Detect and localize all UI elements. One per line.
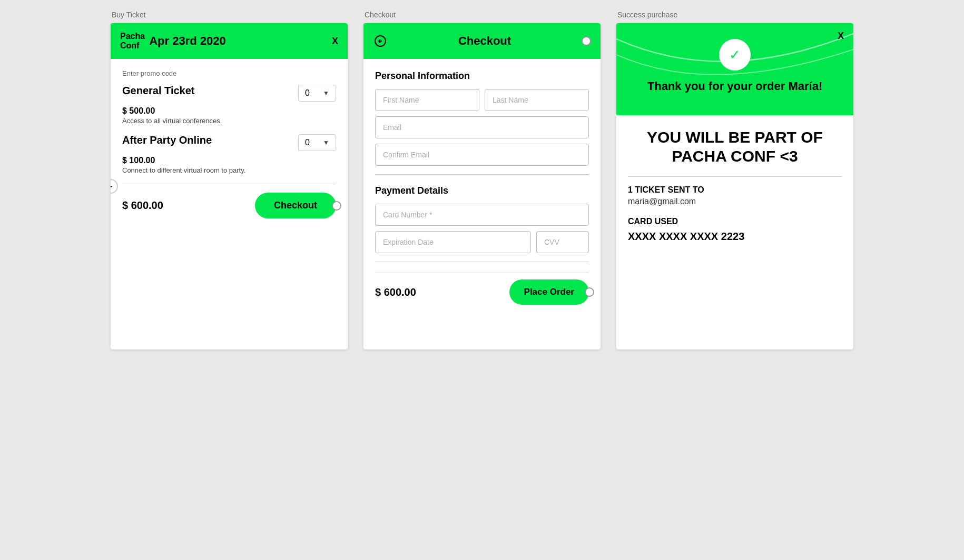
screen3-label: Success purchase: [616, 11, 677, 19]
ticket-general-name: General Ticket: [122, 85, 194, 97]
confirm-email-row: [375, 144, 589, 166]
qty-value-afterparty: 0: [305, 138, 310, 147]
buy-ticket-screen: ► Pacha Conf Apr 23rd 2020 X Enter promo…: [111, 23, 348, 349]
success-screen: X ✓ Thank you for your order María! YOU …: [616, 23, 853, 349]
screen1-body: Enter promo code General Ticket 0 ▼: [111, 59, 348, 229]
ticket-afterparty-name: After Party Online: [122, 134, 212, 146]
checkout-button[interactable]: Checkout: [255, 193, 336, 218]
ticket-afterparty: After Party Online 0 ▼ $ 100.00 Connect …: [122, 134, 336, 174]
personal-payment-divider: [375, 174, 589, 175]
qty-arrow-afterparty: ▼: [323, 139, 329, 146]
first-name-input[interactable]: [375, 89, 479, 111]
last-name-input[interactable]: [485, 89, 589, 111]
payment-section: Payment Details: [375, 185, 589, 253]
card-masked: XXXX XXXX XXXX: [628, 231, 718, 242]
screen2-title: Checkout: [458, 34, 511, 48]
place-order-btn-dot: [585, 287, 594, 297]
app-name-2: Conf: [120, 41, 145, 51]
ticket-sent-label: 1 TICKET SENT TO: [628, 185, 842, 195]
payment-footer-divider: [375, 262, 589, 262]
qty-arrow-general: ▼: [323, 89, 329, 97]
success-divider: [628, 176, 842, 177]
checkout-screen: Checkout Personal Information: [363, 23, 601, 349]
email-input[interactable]: [375, 116, 589, 138]
card-last-digits: 2223: [721, 231, 745, 242]
ticket-general: General Ticket 0 ▼ $ 500.00 Access to al…: [122, 85, 336, 125]
payment-section-title: Payment Details: [375, 185, 589, 196]
screen1-divider: [122, 184, 336, 184]
cvv-input[interactable]: [536, 231, 589, 253]
qty-value-general: 0: [305, 88, 310, 98]
checkout-footer: $ 600.00 Checkout: [122, 193, 336, 218]
screen2-body: Personal Information Payment Details: [363, 59, 601, 316]
ticket-general-desc: Access to all virtual conferences.: [122, 117, 336, 125]
place-order-button[interactable]: Place Order: [509, 279, 589, 305]
screen3-body: YOU WILL BE PART OF PACHA CONF <3 1 TICK…: [616, 115, 853, 255]
event-date: Apr 23rd 2020: [149, 34, 226, 48]
ticket-general-price: $ 500.00: [122, 106, 336, 116]
screen2-header: Checkout: [363, 23, 601, 59]
app-name-1: Pacha: [120, 32, 145, 41]
expiration-date-input[interactable]: [375, 231, 531, 253]
screen3-close-button[interactable]: X: [838, 31, 844, 42]
qty-selector-afterparty[interactable]: 0 ▼: [298, 134, 336, 151]
qty-selector-general[interactable]: 0 ▼: [298, 85, 336, 102]
name-row: [375, 89, 589, 111]
checkmark-circle: ✓: [719, 39, 751, 71]
exp-cvv-row: [375, 231, 589, 253]
screen2-footer: $ 600.00 Place Order: [375, 273, 589, 305]
card-used-label: CARD USED: [628, 217, 842, 226]
screen2-label: Checkout: [363, 11, 396, 19]
ticket-afterparty-desc: Connect to different virtual room to par…: [122, 166, 336, 174]
back-icon[interactable]: [373, 34, 388, 48]
screen3-header: X ✓ Thank you for your order María!: [616, 23, 853, 115]
screen1-total: $ 600.00: [122, 199, 163, 212]
checkmark-icon: ✓: [729, 47, 741, 63]
success-big-text: YOU WILL BE PART OF PACHA CONF <3: [628, 128, 842, 166]
ticket-afterparty-price: $ 100.00: [122, 156, 336, 165]
ticket-email: maria@gmail.com: [628, 197, 842, 206]
thank-you-text: Thank you for your order María!: [627, 79, 843, 94]
promo-label: Enter promo code: [122, 69, 336, 77]
screen1-label: Buy Ticket: [111, 11, 146, 19]
screen2-header-dot: [582, 36, 591, 46]
checkout-btn-dot: [332, 201, 341, 211]
card-number-row: [375, 204, 589, 226]
screen1-header: Pacha Conf Apr 23rd 2020 X: [111, 23, 348, 59]
email-row: [375, 116, 589, 138]
screen2-total: $ 600.00: [375, 286, 416, 298]
card-number-display: XXXX XXXX XXXX 2223: [628, 231, 842, 243]
screen1-close-button[interactable]: X: [332, 36, 338, 47]
confirm-email-input[interactable]: [375, 144, 589, 166]
card-number-input[interactable]: [375, 204, 589, 226]
personal-section-title: Personal Information: [375, 71, 589, 82]
